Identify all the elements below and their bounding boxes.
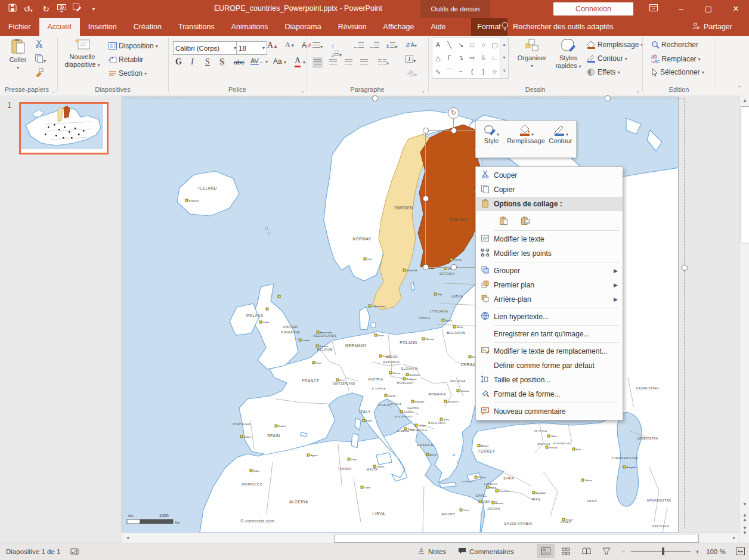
group-selection-handle[interactable]: [682, 265, 688, 271]
minimize-button[interactable]: –: [669, 0, 693, 18]
rotate-handle[interactable]: ↻: [448, 107, 459, 119]
tab-insertion[interactable]: Insertion: [80, 18, 125, 36]
menu-item-nouveau-commentaire[interactable]: Nouveau commentaire: [476, 404, 623, 419]
next-slide-button[interactable]: ▼▼: [740, 525, 749, 536]
sign-in-button[interactable]: Connexion: [553, 2, 633, 16]
comments-toggle[interactable]: Commentaires: [458, 543, 514, 559]
reading-view-button[interactable]: [577, 544, 595, 558]
menu-item-grouper[interactable]: Grouper▶: [476, 264, 623, 278]
tab-affichage[interactable]: Affichage: [375, 18, 423, 36]
normal-view-button[interactable]: [537, 544, 555, 558]
shrink-font-icon[interactable]: A▼: [285, 41, 295, 49]
decrease-indent-icon[interactable]: ←: [353, 42, 364, 50]
text-direction-icon[interactable]: ⇵A▾: [406, 41, 417, 49]
bullets-icon[interactable]: ▾: [312, 42, 323, 50]
resize-handle[interactable]: [423, 196, 429, 202]
align-left-button[interactable]: [312, 57, 323, 68]
tab-fichier[interactable]: Fichier: [0, 18, 39, 36]
shape-outline-button[interactable]: Contour▾: [587, 54, 627, 63]
menu-item-arriere-plan[interactable]: Arrière-plan▶: [476, 292, 623, 307]
outline-button[interactable]: ▾ Contour: [545, 121, 576, 157]
slide-sorter-view-button[interactable]: [557, 544, 575, 558]
grow-font-icon[interactable]: A▲: [267, 41, 278, 50]
shape-right-arrow-icon[interactable]: ⇨: [466, 51, 478, 64]
menu-item-format-de-la-forme[interactable]: Format de la forme...: [476, 387, 623, 401]
shape-brace-right-icon[interactable]: }: [478, 65, 489, 78]
font-size-combo[interactable]: 18▾: [236, 41, 267, 55]
collapse-ribbon-icon[interactable]: ⌃: [737, 85, 742, 91]
strikethrough-button[interactable]: abc: [234, 58, 244, 66]
layout-button[interactable]: Disposition▾: [109, 42, 158, 50]
shape-oval-icon[interactable]: ○: [478, 38, 489, 51]
format-painter-icon[interactable]: [35, 68, 44, 79]
share-button[interactable]: Partager: [692, 18, 732, 36]
copy-icon[interactable]: ▾: [35, 54, 46, 64]
underline-button[interactable]: S: [205, 57, 210, 67]
tab-accueil[interactable]: Accueil: [39, 18, 80, 36]
scroll-down-icon[interactable]: ▼: [740, 500, 749, 509]
shapes-gallery-scroll[interactable]: ▲▼⊻: [500, 38, 509, 79]
tab-diaporama[interactable]: Diaporama: [277, 18, 330, 36]
menu-item-taille-et-position[interactable]: Taille et position...: [476, 373, 623, 387]
menu-item-modifier-le-texte-de-remplacement[interactable]: Modifier le texte de remplacement...: [476, 344, 623, 358]
shape-corner-icon[interactable]: ∟: [489, 51, 500, 64]
zoom-slider-thumb[interactable]: [662, 547, 664, 555]
paste-as-picture-button[interactable]: [516, 212, 533, 228]
select-button[interactable]: Sélectionner▾: [651, 68, 704, 76]
scroll-left-icon[interactable]: ◂: [123, 533, 132, 543]
numbering-icon[interactable]: 12▾: [332, 42, 342, 58]
menu-item-definir-comme-forme-par-defaut[interactable]: Définir comme forme par défaut: [476, 358, 623, 373]
shape-effects-button[interactable]: Effets▾: [587, 68, 620, 76]
align-center-button[interactable]: [329, 58, 337, 67]
spellcheck-icon[interactable]: [70, 543, 79, 559]
shape-triangle-icon[interactable]: △: [432, 51, 444, 64]
resize-handle[interactable]: [423, 128, 429, 134]
ribbon-display-options-icon[interactable]: [642, 0, 666, 18]
notes-toggle[interactable]: Notes: [417, 543, 446, 559]
italic-button[interactable]: I: [191, 57, 194, 67]
menu-item-modifier-les-points[interactable]: Modifier les points: [476, 246, 623, 261]
columns-icon[interactable]: ▾: [378, 58, 389, 67]
shape-rounded-rectangle-icon[interactable]: ▢: [489, 38, 500, 51]
fill-button[interactable]: ▾ Remplissage: [507, 121, 545, 157]
font-color-button[interactable]: A: [295, 56, 301, 67]
previous-slide-button[interactable]: ▲▲: [740, 512, 749, 522]
find-button[interactable]: Rechercher: [651, 41, 698, 49]
shape-brace-left-icon[interactable]: {: [466, 65, 478, 78]
horizontal-scroll-thumb[interactable]: [334, 534, 699, 543]
resize-handle[interactable]: [451, 264, 457, 270]
shape-scribble-icon[interactable]: ∿: [432, 65, 444, 78]
shape-text-box-icon[interactable]: A: [432, 38, 444, 51]
align-text-icon[interactable]: ▾: [406, 55, 416, 64]
shapes-gallery[interactable]: A╲↘□○▢△Γ↴⇨⇩∟∿⌒~{}☆: [432, 38, 501, 79]
resize-handle[interactable]: [451, 128, 457, 134]
menu-item-premier-plan[interactable]: Premier plan▶: [476, 278, 623, 292]
increase-indent-icon[interactable]: →: [369, 42, 379, 50]
zoom-slider-track[interactable]: [631, 551, 691, 552]
clipboard-dialog-launcher[interactable]: ⌟: [49, 86, 57, 94]
close-button[interactable]: ✕: [724, 0, 748, 18]
horizontal-scrollbar[interactable]: ◂ ▸: [122, 533, 739, 543]
zoom-level[interactable]: 100 %: [706, 543, 726, 559]
tab-revision[interactable]: Révision: [330, 18, 375, 36]
paste-button[interactable]: Coller▾: [5, 38, 31, 72]
shape-fill-button[interactable]: Remplissage▾: [587, 41, 643, 49]
tab-transitions[interactable]: Transitions: [170, 18, 223, 36]
slide-thumbnail[interactable]: [19, 102, 109, 154]
menu-item-lien-hypertexte[interactable]: Lien hypertexte...: [476, 310, 623, 324]
align-right-button[interactable]: [345, 58, 352, 67]
paste-keep-source-button[interactable]: [495, 212, 512, 228]
menu-item-couper[interactable]: Couper: [476, 168, 623, 182]
zoom-in-button[interactable]: +: [695, 543, 700, 559]
scroll-right-icon[interactable]: ▸: [729, 533, 739, 543]
tab-creation[interactable]: Création: [125, 18, 170, 36]
shape-down-arrow-icon[interactable]: ⇩: [478, 51, 489, 64]
line-spacing-icon[interactable]: ⇕▾: [385, 42, 398, 50]
shape-star-icon[interactable]: ☆: [489, 65, 500, 78]
arrange-button[interactable]: Organiser▾: [512, 38, 552, 70]
text-shadow-button[interactable]: S: [219, 57, 224, 67]
shape-elbow-arrow-icon[interactable]: ↴: [455, 51, 466, 64]
quick-styles-button[interactable]: Stylesrapides ▾: [553, 38, 583, 70]
justify-button[interactable]: [360, 58, 368, 67]
menu-item-options-de-collage[interactable]: Options de collage :: [476, 197, 623, 211]
